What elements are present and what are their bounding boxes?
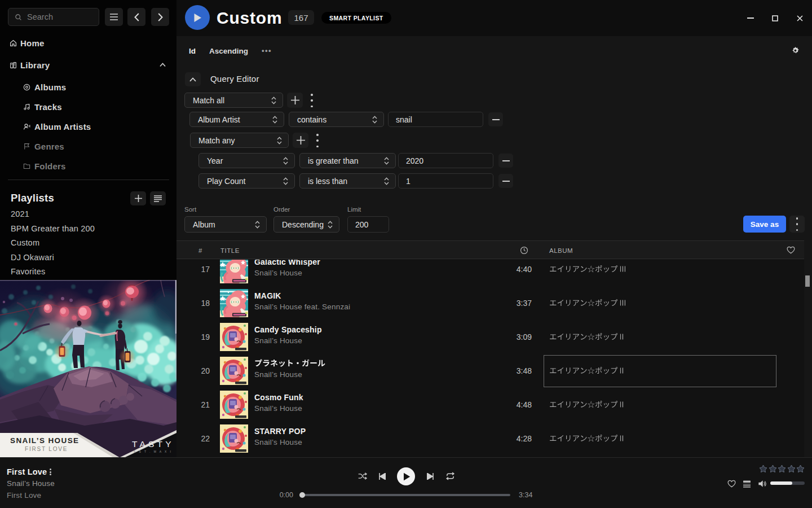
svg-text:SNAIL’S HOUSE: SNAIL’S HOUSE — [10, 436, 79, 445]
svg-text:B S T . M A X I: B S T . M A X I — [134, 450, 172, 453]
svg-text:TASTY: TASTY — [132, 439, 174, 449]
svg-text:FIRST LOVE: FIRST LOVE — [25, 446, 68, 452]
